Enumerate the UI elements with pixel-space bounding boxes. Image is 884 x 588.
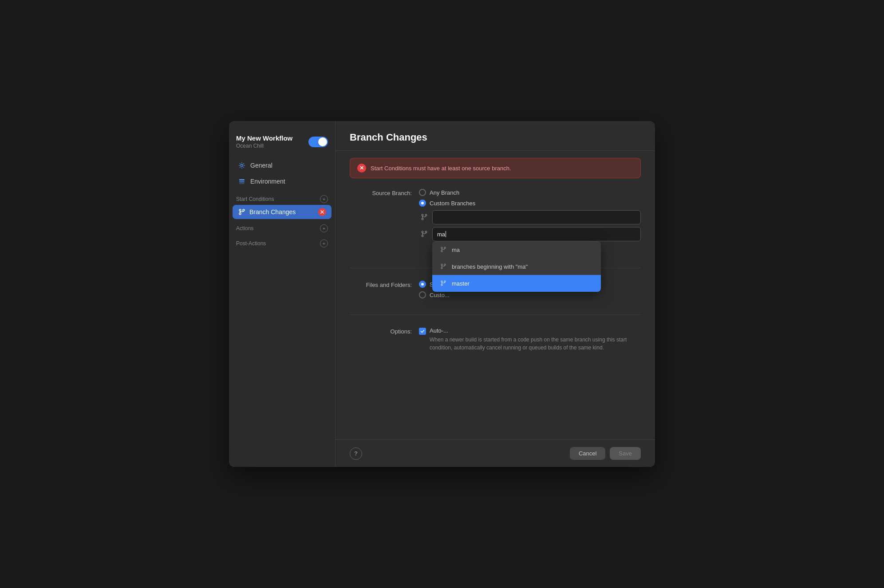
- save-button[interactable]: Save: [610, 447, 641, 460]
- source-branch-section: Source Branch: Any Branch Custom Branche…: [350, 189, 641, 268]
- sidebar-nav: General Environment: [229, 158, 335, 190]
- svg-rect-1: [239, 179, 245, 180]
- workflow-info: My New Workflow Ocean Chill: [236, 134, 292, 149]
- main-content: Branch Changes ✕ Start Conditions must h…: [335, 121, 655, 467]
- gear-icon: [238, 161, 246, 169]
- help-label: ?: [354, 450, 358, 457]
- empty-branch-input[interactable]: [432, 210, 641, 224]
- actions-label: Actions: [236, 225, 253, 231]
- auto-cancel-label-group: Auto-... When a newer build is started f…: [430, 327, 641, 352]
- workflow-toggle[interactable]: [308, 137, 328, 147]
- branch-typing-icon: [420, 230, 429, 239]
- source-branch-row: Source Branch: Any Branch Custom Branche…: [350, 189, 641, 207]
- page-title: Branch Changes: [350, 132, 641, 143]
- svg-point-19: [441, 281, 442, 282]
- main-window: My New Workflow Ocean Chill General: [229, 121, 655, 467]
- svg-point-18: [444, 264, 446, 265]
- any-branch-label: Any Branch: [430, 189, 459, 196]
- custom-branches-option[interactable]: Custom Branches: [419, 200, 641, 207]
- svg-point-7: [422, 214, 423, 216]
- sidebar-header: My New Workflow Ocean Chill: [229, 130, 335, 158]
- dropdown-branch-icon-ma: [439, 246, 447, 254]
- branch-dropdown: ma branches beginnin: [432, 241, 601, 292]
- cancel-button[interactable]: Cancel: [570, 447, 605, 460]
- empty-branch-row: [420, 210, 641, 224]
- sidebar-item-general[interactable]: General: [233, 158, 332, 173]
- any-branch-option[interactable]: Any Branch: [419, 189, 641, 196]
- cursor: [446, 231, 446, 237]
- svg-point-15: [444, 247, 446, 248]
- custom-branches-radio[interactable]: [419, 200, 426, 207]
- auto-cancel-checkbox[interactable]: [419, 328, 426, 335]
- dropdown-branch-icon-master: [439, 279, 447, 287]
- svg-point-21: [444, 281, 446, 282]
- source-branch-label: Source Branch:: [350, 189, 412, 196]
- svg-point-0: [241, 165, 243, 167]
- files-custom-option[interactable]: Custo...: [419, 291, 641, 298]
- selected-item-left: Branch Changes: [238, 208, 296, 216]
- branch-input-area: ma +: [420, 210, 641, 253]
- files-start-radio[interactable]: [419, 281, 426, 288]
- svg-point-14: [441, 251, 442, 252]
- options-controls: Auto-... When a newer build is started f…: [419, 327, 641, 352]
- dropdown-label-master: master: [452, 280, 470, 287]
- branch-text-input[interactable]: ma: [432, 227, 641, 241]
- options-row: Options: Auto-... When a newer build is …: [350, 327, 641, 352]
- svg-point-8: [422, 218, 423, 220]
- svg-point-20: [441, 284, 442, 286]
- general-label: General: [250, 162, 272, 169]
- dropdown-label-beginning: branches beginning with "ma": [452, 263, 528, 270]
- add-start-condition-button[interactable]: +: [320, 195, 328, 203]
- dropdown-branch-icon-beginning: [439, 263, 447, 270]
- start-conditions-section: Start Conditions +: [229, 190, 335, 205]
- main-header: Branch Changes: [335, 121, 655, 151]
- options-label: Options:: [350, 327, 412, 335]
- main-body: Source Branch: Any Branch Custom Branche…: [335, 178, 655, 439]
- auto-cancel-label: Auto-...: [430, 327, 641, 334]
- post-actions-label: Post-Actions: [236, 240, 266, 247]
- svg-point-13: [441, 247, 442, 248]
- svg-point-9: [425, 214, 427, 216]
- files-custom-radio[interactable]: [419, 291, 426, 298]
- add-action-button[interactable]: +: [320, 224, 328, 232]
- svg-rect-3: [239, 183, 245, 184]
- files-folders-label: Files and Folders:: [350, 281, 412, 288]
- svg-point-17: [441, 267, 442, 269]
- remove-branch-changes-button[interactable]: [318, 208, 326, 216]
- add-post-action-button[interactable]: +: [320, 239, 328, 247]
- help-button[interactable]: ?: [350, 447, 362, 460]
- custom-branches-label: Custom Branches: [430, 200, 475, 207]
- branch-icon: [238, 208, 246, 216]
- branch-row-icon: [420, 213, 429, 222]
- sidebar-item-environment[interactable]: Environment: [233, 174, 332, 189]
- svg-point-10: [422, 231, 423, 233]
- files-custom-label: Custo...: [430, 292, 450, 298]
- layers-icon: [238, 177, 246, 185]
- svg-point-16: [441, 264, 442, 265]
- post-actions-section: Post-Actions +: [229, 234, 335, 249]
- sidebar-item-branch-changes[interactable]: Branch Changes: [233, 205, 332, 219]
- svg-point-11: [422, 235, 423, 237]
- error-icon: ✕: [357, 164, 366, 172]
- branch-input-value: ma: [437, 231, 445, 238]
- auto-cancel-desc: When a newer build is started from a cod…: [430, 336, 641, 352]
- actions-section: Actions +: [229, 219, 335, 234]
- options-section: Options: Auto-... When a newer build is …: [350, 327, 641, 368]
- branch-typing-row: ma: [420, 227, 641, 241]
- svg-rect-2: [239, 181, 245, 183]
- dropdown-item-beginning[interactable]: branches beginning with "ma": [432, 258, 601, 275]
- main-footer: ? Cancel Save: [335, 439, 655, 467]
- auto-cancel-row: Auto-... When a newer build is started f…: [419, 327, 641, 352]
- any-branch-radio[interactable]: [419, 189, 426, 196]
- environment-label: Environment: [250, 178, 285, 185]
- branch-changes-label: Branch Changes: [249, 208, 296, 216]
- source-branch-controls: Any Branch Custom Branches: [419, 189, 641, 207]
- start-conditions-label: Start Conditions: [236, 196, 274, 202]
- svg-point-12: [425, 231, 427, 233]
- dropdown-item-ma[interactable]: ma: [432, 241, 601, 258]
- dropdown-label-ma: ma: [452, 247, 460, 253]
- dropdown-item-master[interactable]: master: [432, 275, 601, 292]
- workflow-subtitle: Ocean Chill: [236, 143, 292, 149]
- sidebar: My New Workflow Ocean Chill General: [229, 121, 335, 467]
- toggle-knob: [318, 137, 327, 146]
